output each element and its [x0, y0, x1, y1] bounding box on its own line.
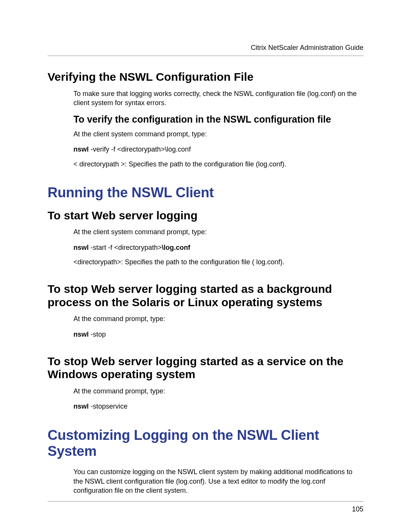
command-keyword: nswl: [73, 331, 89, 338]
heading-running-client: Running the NSWL Client: [48, 185, 363, 201]
heading-stop-windows: To stop Web server logging started as a …: [48, 355, 363, 381]
paragraph: < directorypath >: Specifies the path to…: [73, 160, 363, 169]
paragraph: To make sure that logging works correctl…: [73, 89, 363, 108]
command-line: nswl -stopservice: [73, 402, 363, 411]
command-keyword: nswl: [73, 244, 89, 251]
header-rule: [48, 56, 363, 56]
heading-stop-unix: To stop Web server logging started as a …: [48, 283, 363, 309]
body-block: At the command prompt, type: nswl -stop: [73, 314, 363, 339]
command-args-bold: \log.conf: [162, 244, 190, 251]
heading-customizing: Customizing Logging on the NSWL Client S…: [48, 427, 363, 459]
body-block: To make sure that logging works correctl…: [73, 89, 363, 169]
command-line: nswl -start -f <directorypath>\log.conf: [73, 243, 363, 252]
command-args: -start -f <directorypath>: [89, 244, 162, 251]
page-number: 105: [48, 505, 363, 513]
paragraph: <directorypath>: Specifies the path to t…: [73, 257, 363, 267]
heading-verify-config: Verifying the NSWL Configuration File: [48, 70, 363, 84]
document-page: Citrix NetScaler Administration Guide Ve…: [0, 0, 411, 532]
paragraph: At the client system command prompt, typ…: [73, 129, 363, 139]
command-args: -stopservice: [89, 403, 127, 410]
heading-start-logging: To start Web server logging: [48, 209, 363, 222]
command-args: -stop: [89, 331, 106, 338]
command-line: nswl -verify -f <directorypath>\log.conf: [73, 145, 363, 154]
body-block: At the command prompt, type: nswl -stops…: [73, 387, 363, 411]
body-block: You can customize logging on the NSWL cl…: [73, 467, 363, 495]
footer-rule: [48, 501, 363, 502]
command-keyword: nswl: [73, 403, 89, 410]
heading-verify-sub: To verify the configuration in the NSWL …: [73, 113, 363, 125]
paragraph: At the client system command prompt, typ…: [73, 227, 363, 236]
command-line: nswl -stop: [73, 330, 363, 339]
paragraph: You can customize logging on the NSWL cl…: [73, 467, 363, 495]
paragraph: At the command prompt, type:: [73, 314, 363, 323]
running-header: Citrix NetScaler Administration Guide: [48, 44, 363, 52]
body-block: At the client system command prompt, typ…: [73, 227, 363, 267]
paragraph: At the command prompt, type:: [73, 387, 363, 396]
command-keyword: nswl: [73, 145, 89, 153]
command-args: -verify -f <directorypath>\log.conf: [89, 145, 191, 153]
